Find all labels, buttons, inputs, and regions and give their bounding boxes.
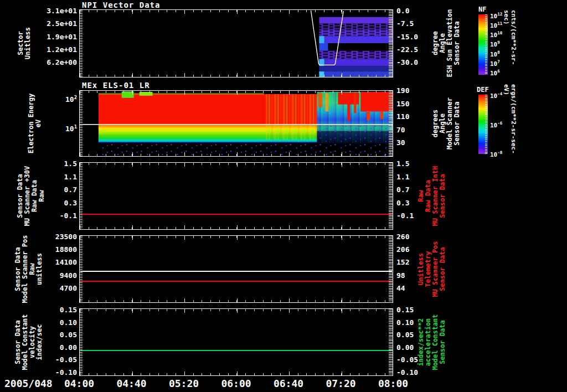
axis-label-line: Sensor Data	[17, 174, 24, 218]
y-tick-label: -0.10	[396, 369, 432, 376]
axis-label-line: MU Scanner Pos	[432, 241, 439, 297]
y-tick-label: 4700	[28, 285, 77, 292]
axis-label-line: Electron Energy	[28, 94, 35, 153]
axis-label-line: MU Scanner +30V	[24, 166, 31, 226]
y-tick-label: 14100	[28, 259, 77, 266]
y-tick-label: 0.10	[396, 319, 432, 327]
panel4-right-axis-ruler	[389, 236, 393, 302]
panel4-right-ticks: 2602061529844	[396, 0, 432, 392]
y-tick-label: 0.7	[396, 186, 432, 194]
panel1-title: NPI Vector Data	[82, 1, 160, 9]
mu-scanner-30v-line	[80, 214, 392, 215]
panel1-left-axis-label: SectorUnitless	[17, 21, 32, 65]
panel2-left-axis-label: Electron EnergyeV	[28, 90, 42, 157]
y-tick-label: 0.15	[28, 306, 77, 314]
axis-label-line: degree	[432, 31, 439, 55]
colorbar-ruler	[485, 14, 487, 75]
y-tick-label: 1.1	[28, 173, 77, 181]
axis-label-line: Raw Data	[425, 180, 432, 212]
axis-label-line: Unitless	[417, 253, 425, 285]
panel2-right-ticks: 1901501107030	[396, 0, 432, 392]
axis-label-line: Sensor Data	[439, 320, 446, 364]
y-tick-label: 1.5	[28, 160, 77, 168]
axis-label-line: Unitless	[24, 27, 32, 59]
axis-label-line: MU Scanner IntH	[432, 166, 439, 226]
x-tick-label: 05:20	[169, 378, 199, 389]
y-tick-label: 1.9e+01	[28, 33, 77, 41]
y-tick-label: 152	[396, 259, 432, 266]
y-tick-label: 0.05	[396, 331, 432, 339]
panel4-right-axis-label: Sensor DataMU Scanner PosTelemetryUnitle…	[417, 239, 446, 300]
x-tick-label: 06:00	[221, 378, 251, 389]
axis-label-line: index/sec**2	[417, 318, 425, 367]
y-tick-label: 1.1	[396, 173, 432, 181]
panel3-frame	[79, 162, 393, 230]
y-tick-label: -0.05	[396, 356, 432, 364]
axis-label-line: index/sec	[36, 324, 43, 360]
panel5-bottom-axis-ticks	[80, 372, 393, 375]
panel3-left-ticks: 1.51.10.70.3-0.1	[28, 0, 77, 392]
y-tick-label: 1.2e+01	[28, 46, 77, 54]
colorbar-nf	[478, 14, 488, 75]
axis-label-line: Angle	[439, 114, 446, 133]
colorbar-ruler	[485, 95, 487, 154]
axis-label-line: Raw	[417, 190, 425, 202]
axis-label-line: Angle	[439, 33, 446, 53]
axis-label-line: Sensor Data	[14, 320, 22, 364]
panel3-top-axis-ticks	[80, 163, 393, 167]
colorbar-def-title: DEF	[477, 86, 489, 94]
panel2-spectrogram	[80, 91, 393, 156]
y-tick-label: -22.5	[396, 46, 432, 54]
panel3-left-axis-label: Sensor DataMU Scanner +30VRaw DataRaw	[17, 163, 45, 229]
colorbar-nf-title: NF	[478, 6, 486, 13]
x-tick-label: 08:00	[378, 378, 408, 389]
y-tick-label: 70	[396, 126, 432, 134]
y-tick-label: -0.1	[28, 212, 77, 220]
panel2-right-axis-label: Sensor DataModel ScannerAngledegrees	[432, 93, 461, 154]
panel5-left-axis-label: Sensor DataModel Constantvelocityindex/s…	[14, 312, 43, 373]
y-tick-label: 2.5e+01	[28, 20, 77, 28]
y-tick-label: 206	[396, 246, 432, 254]
axis-label-line: eV	[35, 120, 42, 127]
panel3-right-axis-label: Sensor DataMU Scanner IntHRaw DataRaw	[417, 164, 446, 228]
x-axis-tick-labels: 04:0004:4005:2006:0006:4007:2008:00	[0, 378, 567, 391]
y-tick-label: 150	[396, 100, 432, 108]
panel2-left-ticks: 102101	[28, 0, 77, 392]
axis-label-line: Sensor Data	[14, 247, 22, 291]
y-tick-label: 30	[396, 139, 432, 147]
energy-marker-line	[80, 124, 393, 125]
panel5-right-ticks: 0.150.100.050.00-0.05-0.10	[396, 0, 432, 392]
y-tick-label: 3.1e+01	[28, 7, 77, 15]
axis-label-line: velocity	[29, 326, 36, 358]
panel5-left-ticks: 0.150.100.050.00-0.05-0.10	[28, 0, 77, 392]
panel3-left-axis-ruler	[80, 163, 83, 229]
x-tick-label: 04:40	[116, 378, 146, 389]
y-tick-label: 0.15	[396, 306, 432, 314]
panel4-top-axis-ticks	[80, 236, 393, 240]
panel5-frame	[79, 308, 393, 376]
y-tick-label: 6.2e+00	[28, 59, 77, 66]
panel5-right-axis-ruler	[389, 309, 393, 375]
y-tick-label: -7.5	[396, 20, 432, 28]
y-tick-label: 0.05	[28, 331, 77, 339]
y-tick-label: 0.10	[28, 319, 77, 327]
plot-page: NPI Vector Data MEx ELS-01 LR	[0, 0, 567, 392]
y-tick-label: -0.10	[28, 369, 77, 376]
axis-label-line: Model Scanner Pos	[22, 235, 29, 303]
axis-label-line: Raw	[29, 263, 36, 275]
model-constant-velocity-line	[80, 350, 392, 351]
y-tick-label: -0.05	[28, 356, 77, 364]
y-tick-label: -0.1	[396, 212, 432, 220]
y-tick-label: 260	[396, 233, 432, 241]
colorbar-nf-unit: cnts/(cm**2-sr-sec)	[506, 10, 514, 76]
y-tick-label: 23500	[28, 233, 77, 241]
axis-label-line: Model Constant	[432, 314, 439, 370]
axis-label-line: ESH Sun Elevation	[446, 9, 453, 78]
panel5-top-axis-ticks	[80, 309, 393, 313]
panel4-frame	[79, 235, 393, 303]
axis-label-line: acceleration	[425, 318, 432, 367]
y-tick-label: 0.3	[396, 199, 432, 207]
colorbar-def-unit: ergs/(cm**2-sr-sec-eV)	[506, 84, 514, 164]
y-tick-label: 0.7	[28, 186, 77, 194]
panel4-left-axis-label: Sensor DataModel Scanner PosRawunitless	[14, 233, 43, 305]
